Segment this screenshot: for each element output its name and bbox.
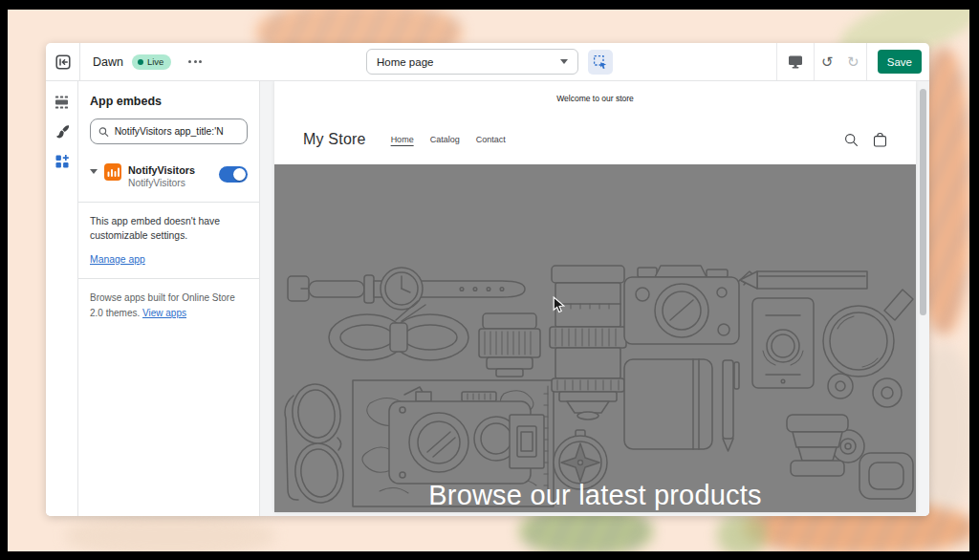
- nav-link-catalog[interactable]: Catalog: [430, 135, 460, 144]
- sidebar-item-app-embeds[interactable]: [53, 152, 72, 171]
- store-header-icons: [844, 132, 887, 147]
- app-embeds-icon: [54, 154, 70, 169]
- theme-editor-window: Dawn Live Home page: [46, 43, 929, 516]
- bg-decoration: [717, 514, 767, 551]
- store-preview-canvas: Welcome to our store My Store Home Catal…: [274, 81, 916, 512]
- toggle-knob: [233, 168, 246, 181]
- inspect-icon: [593, 54, 608, 70]
- nav-link-contact[interactable]: Contact: [476, 135, 506, 144]
- store-header-section[interactable]: My Store Home Catalog Contact: [274, 115, 916, 164]
- kebab-menu-icon: [188, 60, 191, 63]
- view-apps-link[interactable]: View apps: [142, 308, 186, 318]
- live-badge-label: Live: [147, 56, 163, 67]
- divider: [78, 278, 259, 279]
- page-selector-value: Home page: [377, 56, 433, 68]
- disclosure-caret-icon[interactable]: [90, 169, 98, 174]
- editor-topbar: Dawn Live Home page: [46, 43, 929, 81]
- panel-title: App embeds: [90, 95, 248, 108]
- app-embeds-panel: App embeds: [78, 81, 260, 516]
- undo-icon: ↺: [821, 54, 834, 71]
- page-controls: Home page: [366, 49, 613, 75]
- app-embed-row: NotifyVisitors NotifyVisitors: [90, 163, 248, 188]
- theme-name: Dawn: [93, 55, 123, 69]
- theme-settings-icon: [54, 124, 70, 140]
- sidebar-item-sections[interactable]: [53, 93, 72, 112]
- no-settings-note: This app embed doesn't have customizable…: [90, 214, 248, 244]
- hero-image-section[interactable]: Browse our latest products: [274, 164, 916, 512]
- app-embed-subtitle: NotifyVisitors: [128, 178, 195, 188]
- preview-scrollbar[interactable]: [920, 86, 926, 508]
- live-dot-icon: [138, 59, 143, 65]
- inspector-toggle-button[interactable]: [588, 50, 613, 75]
- app-embed-name: NotifyVisitors: [128, 163, 195, 178]
- sections-icon: [54, 95, 70, 110]
- browse-apps-text: Browse apps built for Online Store 2.0 t…: [90, 291, 248, 321]
- cart-icon[interactable]: [873, 132, 887, 147]
- topbar-right-controls: ↺ ↻ Save: [776, 43, 929, 80]
- app-embed-toggle[interactable]: [219, 166, 248, 183]
- scrollbar-thumb[interactable]: [920, 89, 926, 315]
- manage-app-link[interactable]: Manage app: [90, 254, 145, 265]
- caret-down-icon: [560, 59, 568, 64]
- exit-editor-button[interactable]: [46, 43, 80, 80]
- desktop-preview-icon: [788, 54, 803, 69]
- announcement-text: Welcome to our store: [556, 94, 634, 103]
- store-search-icon[interactable]: [844, 133, 859, 147]
- more-actions-button[interactable]: [185, 54, 206, 69]
- video-frame: Dawn Live Home page: [0, 0, 979, 560]
- preview-area: Welcome to our store My Store Home Catal…: [260, 81, 929, 516]
- store-name: My Store: [303, 131, 366, 148]
- save-button[interactable]: Save: [878, 50, 922, 74]
- redo-icon: ↻: [847, 54, 859, 71]
- divider: [78, 202, 259, 203]
- undo-button[interactable]: ↺: [815, 43, 840, 80]
- app-embeds-search[interactable]: [90, 118, 248, 144]
- page-selector-dropdown[interactable]: Home page: [366, 49, 578, 75]
- desktop-background: Dawn Live Home page: [8, 10, 969, 551]
- store-nav: Home Catalog Contact: [391, 135, 506, 144]
- hero-illustration-flatlay: [274, 164, 916, 512]
- notifyvisitors-app-icon: [104, 163, 121, 181]
- editor-main: App embeds: [46, 81, 929, 516]
- bg-decoration: [65, 516, 275, 551]
- nav-link-home[interactable]: Home: [391, 135, 414, 144]
- exit-icon: [54, 54, 72, 71]
- redo-button[interactable]: ↻: [840, 43, 866, 80]
- search-input[interactable]: [115, 126, 239, 137]
- search-icon: [98, 126, 109, 138]
- hero-heading: Browse our latest products: [274, 480, 916, 511]
- live-status-badge: Live: [132, 54, 171, 70]
- sidebar-item-theme-settings[interactable]: [53, 122, 72, 141]
- device-preview-button[interactable]: [777, 43, 814, 80]
- divider: [866, 43, 867, 80]
- app-embed-text: NotifyVisitors NotifyVisitors: [128, 163, 195, 188]
- sidebar-icon-rail: [46, 81, 78, 516]
- announcement-bar-section[interactable]: Welcome to our store: [274, 81, 916, 115]
